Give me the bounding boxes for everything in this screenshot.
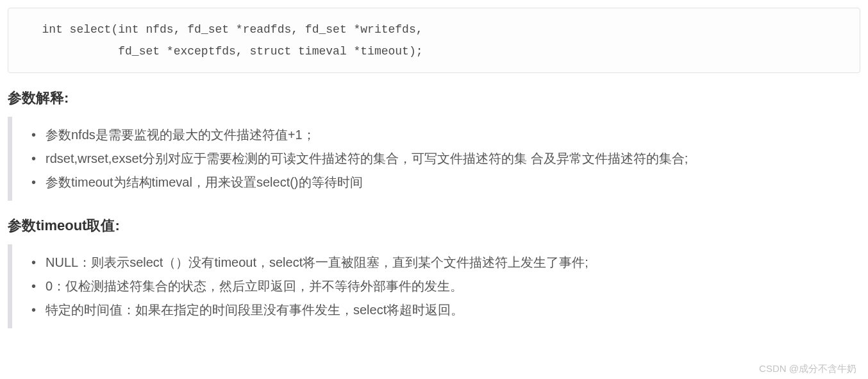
params-list: 参数nfds是需要监视的最大的文件描述符值+1； rdset,wrset,exs… — [21, 123, 860, 194]
timeout-blockquote: NULL：则表示select（）没有timeout，select将一直被阻塞，直… — [8, 244, 860, 328]
list-item: NULL：则表示select（）没有timeout，select将一直被阻塞，直… — [46, 251, 860, 274]
timeout-list: NULL：则表示select（）没有timeout，select将一直被阻塞，直… — [21, 251, 860, 322]
code-block: int select(int nfds, fd_set *readfds, fd… — [8, 8, 860, 73]
section-heading-params: 参数解释: — [8, 88, 860, 108]
list-item: 参数timeout为结构timeval，用来设置select()的等待时间 — [46, 171, 860, 194]
params-blockquote: 参数nfds是需要监视的最大的文件描述符值+1； rdset,wrset,exs… — [8, 117, 860, 201]
list-item: rdset,wrset,exset分别对应于需要检测的可读文件描述符的集合，可写… — [46, 147, 860, 171]
list-item: 参数nfds是需要监视的最大的文件描述符值+1； — [46, 123, 860, 147]
section-heading-timeout: 参数timeout取值: — [8, 216, 860, 235]
list-item: 0：仅检测描述符集合的状态，然后立即返回，并不等待外部事件的发生。 — [46, 274, 860, 298]
code-content: int select(int nfds, fd_set *readfds, fd… — [21, 19, 847, 62]
list-item: 特定的时间值：如果在指定的时间段里没有事件发生，select将超时返回。 — [46, 298, 860, 322]
